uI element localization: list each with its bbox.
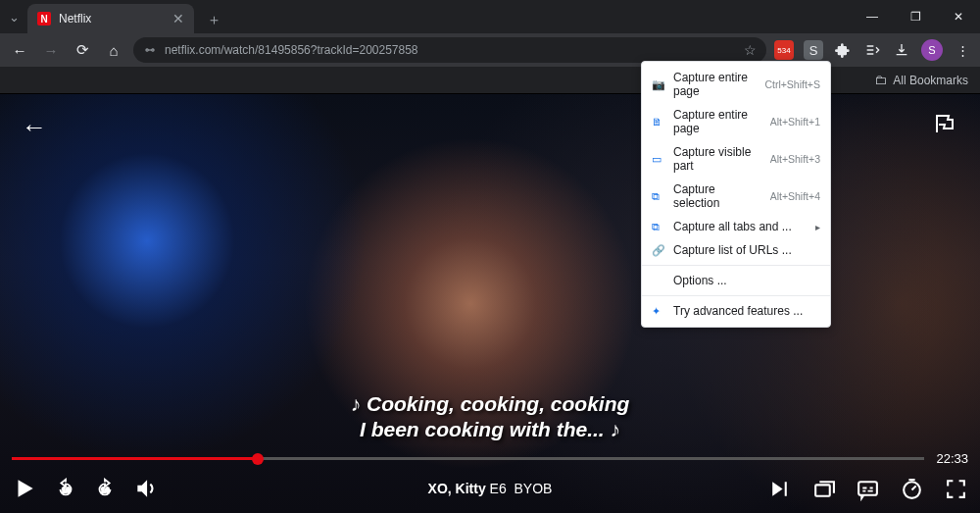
time-remaining: 22:33 <box>936 451 968 466</box>
flag-report-button[interactable] <box>933 112 956 139</box>
play-button[interactable] <box>12 476 37 501</box>
tabs-icon: ⧉ <box>652 221 665 233</box>
rocket-icon: ✦ <box>652 305 665 318</box>
svg-rect-5 <box>858 482 877 495</box>
minimize-button[interactable]: ― <box>851 0 894 33</box>
playback-speed-button[interactable] <box>900 477 924 501</box>
extension-dropdown-menu: 📷Capture entire pageCtrl+Shift+S 🗎Captur… <box>641 61 831 328</box>
all-bookmarks-link[interactable]: All Bookmarks <box>893 74 968 87</box>
menu-try-advanced[interactable]: ✦Try advanced features ... <box>642 299 830 323</box>
viewport-icon: ▭ <box>652 153 665 166</box>
menu-separator <box>642 265 830 266</box>
extensions-puzzle-icon[interactable] <box>833 40 853 60</box>
menu-capture-selection[interactable]: ⧉Capture selectionAlt+Shift+4 <box>642 178 830 215</box>
maximize-button[interactable]: ❐ <box>894 0 937 33</box>
progress-bar[interactable] <box>12 457 924 460</box>
browser-menu-icon[interactable]: ⋮ <box>953 40 972 60</box>
menu-capture-entire-page-2[interactable]: 🗎Capture entire pageAlt+Shift+1 <box>642 103 830 140</box>
player-back-button[interactable]: ← <box>22 112 47 142</box>
next-episode-button[interactable] <box>767 477 792 501</box>
svg-rect-4 <box>815 485 830 495</box>
address-bar[interactable]: netflix.com/watch/81495856?trackId=20025… <box>133 37 766 63</box>
progress-fill <box>12 457 258 460</box>
volume-button[interactable] <box>133 476 159 501</box>
netflix-favicon: N <box>37 12 51 26</box>
close-window-button[interactable]: ✕ <box>937 0 980 33</box>
progress-thumb[interactable] <box>252 453 264 465</box>
close-tab-icon[interactable]: ✕ <box>172 11 184 26</box>
downloads-icon[interactable] <box>892 40 911 60</box>
video-frame <box>0 94 980 513</box>
menu-capture-entire-page-1[interactable]: 📷Capture entire pageCtrl+Shift+S <box>642 66 830 103</box>
folder-icon: 🗀 <box>874 73 887 87</box>
browser-tab[interactable]: N Netflix ✕ <box>27 4 194 33</box>
tab-search-chevron[interactable]: ⌄ <box>0 0 27 33</box>
svg-point-1 <box>152 49 154 51</box>
reload-button[interactable]: ⟳ <box>71 38 94 62</box>
svg-text:10: 10 <box>101 486 109 494</box>
episodes-button[interactable] <box>811 477 836 501</box>
menu-options[interactable]: Options ... <box>642 269 830 292</box>
menu-separator <box>642 295 830 296</box>
page-icon: 🗎 <box>652 116 665 128</box>
forward-10-button[interactable]: 10 <box>94 478 116 499</box>
menu-capture-visible[interactable]: ▭Capture visible partAlt+Shift+3 <box>642 140 830 178</box>
new-tab-button[interactable]: ＋ <box>200 6 227 33</box>
subtitle-text: ♪ Cooking, cooking, cooking I been cooki… <box>0 391 980 443</box>
submenu-arrow-icon: ▸ <box>815 222 820 232</box>
forward-button[interactable]: → <box>39 38 63 62</box>
svg-point-0 <box>146 49 148 51</box>
selection-icon: ⧉ <box>652 190 665 203</box>
home-button[interactable]: ⌂ <box>102 38 125 62</box>
url-text: netflix.com/watch/81495856?trackId=20025… <box>165 43 736 57</box>
svg-text:10: 10 <box>62 486 70 494</box>
extension-icon-1[interactable]: 534 <box>774 40 794 60</box>
extension-icon-screenshot[interactable]: S <box>804 40 823 60</box>
menu-capture-urls[interactable]: 🔗Capture list of URLs ... <box>642 238 830 262</box>
back-button[interactable]: ← <box>8 38 31 62</box>
video-player[interactable]: ← ♪ Cooking, cooking, cooking I been coo… <box>0 94 980 513</box>
site-info-icon[interactable] <box>143 43 157 57</box>
camera-icon: 📷 <box>652 78 665 91</box>
bookmark-star-icon[interactable]: ☆ <box>744 42 757 58</box>
svg-point-6 <box>904 482 920 498</box>
profile-avatar[interactable]: S <box>921 39 943 61</box>
menu-capture-all-tabs[interactable]: ⧉Capture all tabs and ...▸ <box>642 215 830 238</box>
link-icon: 🔗 <box>652 244 665 257</box>
fullscreen-button[interactable] <box>944 477 968 501</box>
subtitles-button[interactable] <box>856 477 880 501</box>
media-control-icon[interactable] <box>862 40 882 60</box>
episode-title: XO, Kitty E6 BYOB <box>428 481 553 496</box>
back-10-button[interactable]: 10 <box>55 478 76 499</box>
tab-title: Netflix <box>59 12 165 26</box>
